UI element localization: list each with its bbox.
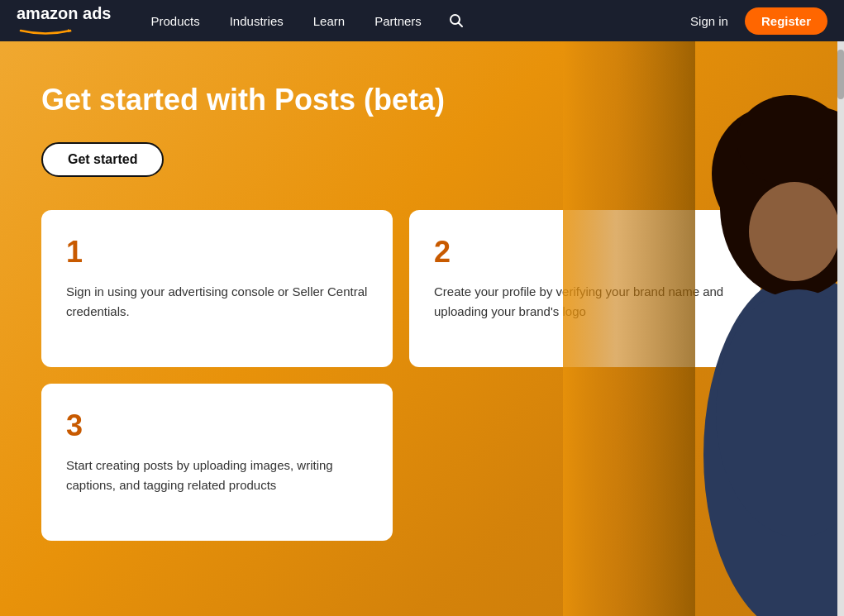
scrollbar-thumb[interactable]: [837, 50, 844, 99]
signin-link[interactable]: Sign in: [690, 14, 728, 28]
nav-learn[interactable]: Learn: [298, 0, 360, 41]
svg-line-2: [458, 23, 462, 27]
nav-partners[interactable]: Partners: [360, 0, 436, 41]
svg-point-8: [749, 182, 840, 281]
nav-industries[interactable]: Industries: [215, 0, 298, 41]
hero-section: Get started with Posts (beta) Get starte…: [0, 41, 844, 616]
hero-image: [563, 41, 844, 616]
step-text-1: Sign in using your advertising console o…: [66, 282, 368, 322]
step-number-1: 1: [66, 235, 368, 270]
svg-rect-10: [563, 41, 695, 616]
nav-links: Products Industries Learn Partners: [136, 0, 691, 41]
logo[interactable]: amazon ads: [17, 4, 112, 38]
nav-products[interactable]: Products: [136, 0, 215, 41]
step-card-1: 1 Sign in using your advertising console…: [41, 210, 393, 367]
nav-right: Sign in Register: [690, 7, 827, 35]
step-number-3: 3: [66, 408, 368, 443]
svg-point-7: [737, 95, 844, 186]
register-button[interactable]: Register: [745, 7, 827, 35]
step-text-3: Start creating posts by uploading images…: [66, 456, 368, 495]
step-card-3: 3 Start creating posts by uploading imag…: [41, 384, 393, 541]
scrollbar[interactable]: [837, 41, 844, 616]
search-icon[interactable]: [436, 0, 476, 41]
get-started-button[interactable]: Get started: [41, 142, 164, 177]
logo-smile-icon: [17, 26, 74, 35]
navigation: amazon ads Products Industries Learn Par…: [0, 0, 844, 41]
hero-title: Get started with Posts (beta): [41, 83, 537, 117]
